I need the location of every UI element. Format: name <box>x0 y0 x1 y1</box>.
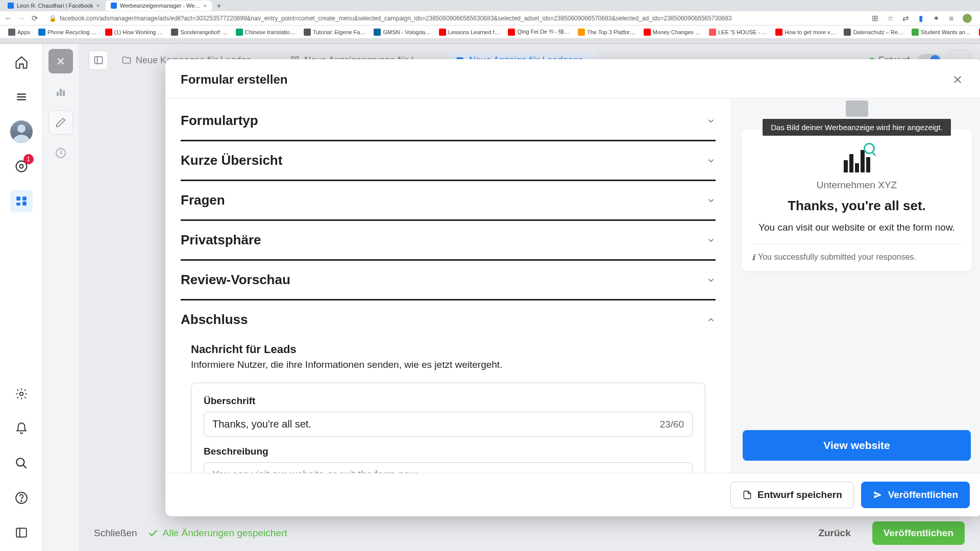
chevron-down-icon <box>706 156 716 165</box>
svg-rect-20 <box>57 92 59 96</box>
section-header[interactable]: Formulartyp <box>181 102 716 140</box>
bookmark-item[interactable]: Qing Fei De Yi - 情… <box>505 27 573 37</box>
browser-chrome: Leon R. Chaudhari | Facebook × Werbeanze… <box>0 0 980 44</box>
svg-point-4 <box>13 135 30 143</box>
star-icon[interactable]: ☆ <box>886 14 894 22</box>
heading-input[interactable]: 23/60 <box>204 412 693 437</box>
section-formulartyp: Formulartyp <box>181 102 716 141</box>
settings-icon[interactable] <box>10 383 33 405</box>
collapse-icon[interactable] <box>10 521 33 544</box>
bookmark-item[interactable]: GMSN - Vologda… <box>371 28 434 37</box>
menu-icon[interactable] <box>10 86 33 108</box>
browser-tab[interactable]: Leon R. Chaudhari | Facebook × <box>3 1 105 11</box>
bookmark-item[interactable]: LEE 'S HOUSE - … <box>706 28 770 37</box>
close-button[interactable]: Schließen <box>94 528 137 539</box>
avatar[interactable] <box>10 120 33 143</box>
svg-point-5 <box>19 165 23 168</box>
field-card: Überschrift 23/60 Beschreibung <box>191 383 705 473</box>
url-text: facebook.com/adsmanager/manage/ads/edit?… <box>60 15 732 22</box>
folder-icon <box>121 55 132 65</box>
ads-manager-icon[interactable] <box>10 190 33 212</box>
page-backdrop: Neue Kampagne für Leadge… › Neue Anzeige… <box>79 44 980 551</box>
bookmark-item[interactable]: How to get more v… <box>772 28 839 37</box>
field-label: Beschreibung <box>204 446 693 457</box>
svg-line-13 <box>23 465 27 468</box>
close-icon[interactable]: × <box>96 3 100 9</box>
new-tab-button[interactable]: + <box>213 2 225 10</box>
chevron-down-icon <box>706 236 716 245</box>
close-icon[interactable] <box>48 49 73 73</box>
description-input-field[interactable] <box>212 469 684 473</box>
help-icon[interactable] <box>10 487 33 509</box>
saved-indicator: Alle Änderungen gespeichert <box>148 528 287 539</box>
publish-button[interactable]: Veröffentlichen <box>861 482 970 508</box>
close-icon[interactable] <box>948 70 967 89</box>
home-icon[interactable] <box>10 51 33 73</box>
global-nav <box>0 44 43 551</box>
close-icon[interactable]: × <box>203 3 206 9</box>
facebook-icon <box>8 3 14 9</box>
chart-search-icon <box>841 146 873 172</box>
svg-rect-24 <box>95 57 103 63</box>
qr-icon[interactable]: ⊞ <box>871 14 879 22</box>
tab-strip: Leon R. Chaudhari | Facebook × Werbeanze… <box>0 0 980 11</box>
translate-icon[interactable]: ⇄ <box>901 14 910 22</box>
history-icon[interactable] <box>48 141 73 165</box>
view-website-button[interactable]: View website <box>743 430 971 461</box>
bookmark-item[interactable]: Student Wants an… <box>909 28 974 37</box>
extension-icon[interactable]: ▮ <box>917 14 925 22</box>
preview-heading: Thanks, you're all set. <box>752 198 962 214</box>
bookmark-item[interactable]: The Top 3 Platfor… <box>575 28 639 37</box>
edit-icon[interactable] <box>48 110 73 135</box>
reload-icon[interactable]: ⟳ <box>31 14 39 22</box>
forward-icon[interactable]: → <box>17 14 26 22</box>
svg-rect-8 <box>22 196 27 201</box>
preview-column: Das Bild deiner Werbeanzeige wird hier a… <box>731 98 980 473</box>
overview-icon[interactable] <box>10 155 33 178</box>
bookmark-item[interactable]: Apps <box>5 28 33 37</box>
bookmark-item[interactable]: Chinese translatio… <box>233 28 299 37</box>
back-icon[interactable]: ← <box>4 14 12 22</box>
section-kurze-uebersicht: Kurze Übersicht <box>181 141 716 181</box>
send-icon <box>873 490 883 500</box>
publish-button[interactable]: Veröffentlichen <box>872 521 965 545</box>
puzzle-icon[interactable]: ✦ <box>932 14 940 22</box>
svg-rect-21 <box>60 89 62 96</box>
check-icon <box>148 528 159 539</box>
section-header[interactable]: Review-Vorschau <box>181 261 716 299</box>
section-header[interactable]: Privatsphäre <box>181 221 716 259</box>
bookmark-item[interactable]: Sonderangebot! … <box>168 28 230 37</box>
section-header[interactable]: Kurze Übersicht <box>181 141 716 180</box>
save-draft-button[interactable]: Entwurf speichern <box>730 482 854 508</box>
svg-rect-10 <box>22 202 27 206</box>
search-icon[interactable] <box>10 452 33 474</box>
heading-input-field[interactable] <box>212 418 659 430</box>
bookmark-item[interactable]: (1) How Working … <box>102 28 166 37</box>
svg-rect-9 <box>16 203 20 205</box>
section-header[interactable]: Abschluss <box>181 300 716 339</box>
chevron-down-icon <box>706 276 716 285</box>
svg-rect-22 <box>63 90 65 96</box>
chart-icon[interactable] <box>48 80 73 104</box>
bookmark-item[interactable]: Lessons Learned f… <box>436 28 503 37</box>
notifications-icon[interactable] <box>10 417 33 440</box>
url-bar[interactable]: 🔒 facebook.com/adsmanager/manage/ads/edi… <box>44 13 866 23</box>
section-fragen: Fragen <box>181 181 716 221</box>
back-button[interactable]: Zurück <box>807 521 862 545</box>
bookmark-item[interactable]: Tutorial: Eigene Fa… <box>301 28 369 37</box>
panel-icon[interactable] <box>89 51 108 70</box>
bookmark-item[interactable]: Datenschutz – Re… <box>841 28 906 37</box>
chevron-up-icon <box>706 315 716 324</box>
description-input[interactable] <box>204 462 693 473</box>
bookmark-item[interactable]: Money Changes … <box>641 28 704 37</box>
list-icon[interactable]: ≡ <box>947 14 955 22</box>
section-header[interactable]: Fragen <box>181 181 716 219</box>
bookmark-item[interactable]: Phone Recycling … <box>35 28 100 37</box>
modal-footer: Entwurf speichern Veröffentlichen <box>165 473 980 516</box>
svg-point-3 <box>17 124 26 133</box>
browser-tab[interactable]: Werbeanzeigenmanager - We… × <box>106 1 212 11</box>
page-footer: Schließen Alle Änderungen gespeichert Zu… <box>79 515 980 551</box>
bookmark-item[interactable]: How To Add A… <box>976 28 980 37</box>
modal-title: Formular erstellen <box>181 72 287 87</box>
avatar-icon[interactable] <box>963 14 972 23</box>
